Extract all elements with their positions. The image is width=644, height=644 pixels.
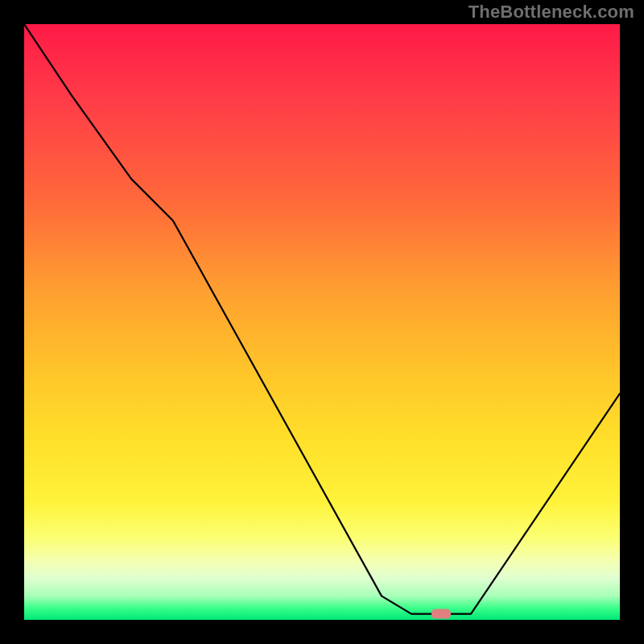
plot-area	[24, 24, 620, 620]
chart-frame: TheBottleneck.com	[0, 0, 644, 644]
optimum-marker	[431, 609, 451, 619]
watermark-text: TheBottleneck.com	[469, 2, 634, 23]
bottleneck-curve	[24, 24, 620, 614]
curve-layer	[24, 24, 620, 620]
